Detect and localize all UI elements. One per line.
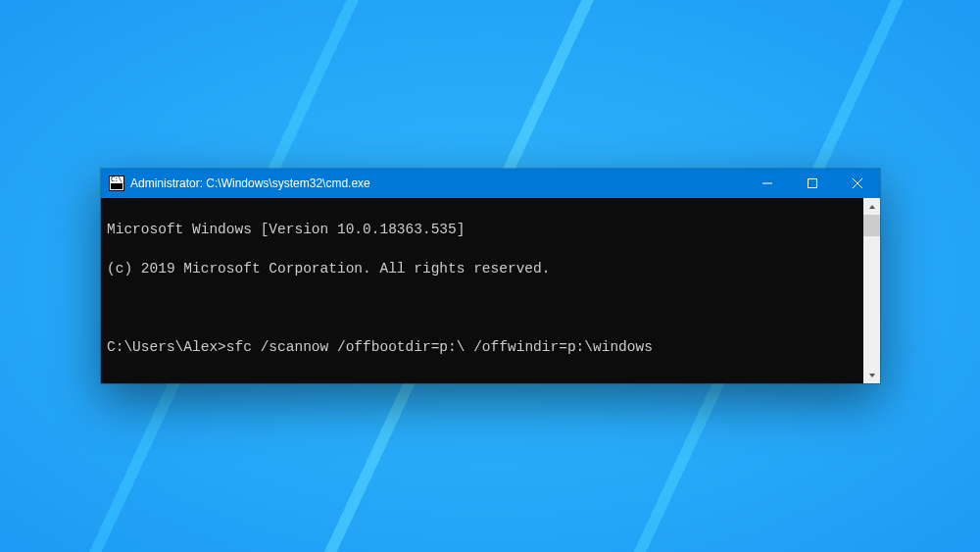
close-button[interactable] — [835, 169, 880, 198]
banner-line: (c) 2019 Microsoft Corporation. All righ… — [107, 259, 859, 278]
minimize-icon — [762, 178, 772, 188]
desktop-background: Administrator: C:\Windows\system32\cmd.e… — [0, 0, 980, 552]
maximize-icon — [808, 178, 817, 188]
blank-line — [107, 376, 859, 383]
svg-rect-0 — [762, 183, 772, 184]
banner-line: Microsoft Windows [Version 10.0.18363.53… — [107, 220, 859, 239]
client-area: Microsoft Windows [Version 10.0.18363.53… — [101, 198, 880, 383]
prompt-text: C:\Users\Alex> — [107, 339, 226, 355]
svg-marker-5 — [869, 374, 875, 377]
close-icon — [853, 178, 862, 188]
scroll-thumb[interactable] — [863, 215, 880, 236]
window-title: Administrator: C:\Windows\system32\cmd.e… — [130, 176, 745, 190]
scroll-down-button[interactable] — [863, 367, 880, 383]
chevron-up-icon — [868, 203, 876, 211]
maximize-button[interactable] — [790, 169, 835, 198]
cmd-window: Administrator: C:\Windows\system32\cmd.e… — [101, 169, 880, 383]
cmd-icon — [109, 176, 124, 191]
scroll-up-button[interactable] — [863, 198, 880, 215]
svg-marker-4 — [869, 205, 875, 209]
prompt-line: C:\Users\Alex>sfc /scannow /offbootdir=p… — [107, 337, 859, 357]
vertical-scrollbar[interactable] — [863, 198, 880, 383]
command-text: sfc /scannow /offbootdir=p:\ /offwindir=… — [226, 339, 653, 355]
window-controls — [745, 169, 880, 198]
title-bar[interactable]: Administrator: C:\Windows\system32\cmd.e… — [101, 169, 880, 198]
console-output[interactable]: Microsoft Windows [Version 10.0.18363.53… — [101, 198, 863, 383]
blank-line — [107, 298, 859, 318]
chevron-down-icon — [868, 372, 876, 379]
svg-rect-1 — [808, 179, 817, 188]
minimize-button[interactable] — [745, 169, 790, 198]
